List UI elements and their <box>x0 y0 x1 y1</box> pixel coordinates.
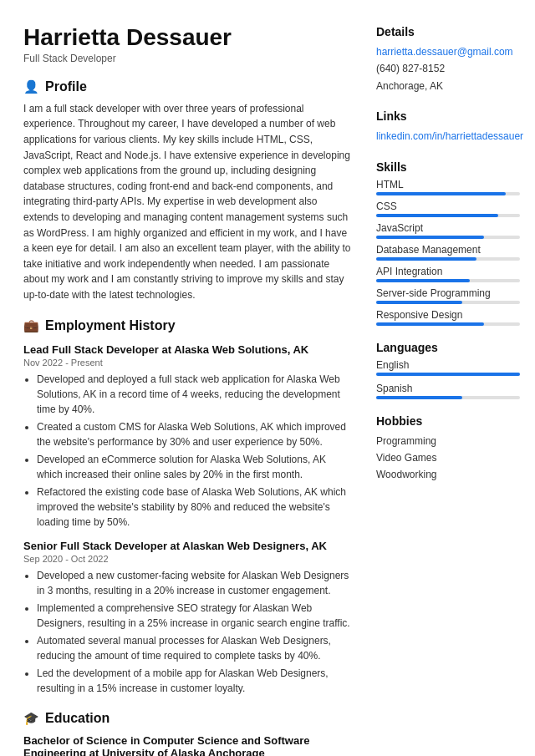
languages-list: EnglishSpanish <box>376 359 520 399</box>
skill-label: HTML <box>376 179 520 190</box>
skill-item: Responsive Design <box>376 309 520 326</box>
skill-bar-bg <box>376 279 520 282</box>
hobbies-heading: Hobbies <box>376 414 520 428</box>
hobbies-section: Hobbies ProgrammingVideo GamesWoodworkin… <box>376 414 520 484</box>
skill-label: Server-side Programming <box>376 287 520 299</box>
links-section: Links linkedin.com/in/harriettadessauer <box>376 109 520 145</box>
skill-bar-fill <box>376 192 506 195</box>
resume-title: Full Stack Developer <box>23 53 353 64</box>
job-item: Lead Full Stack Developer at Alaska Web … <box>23 343 353 530</box>
skill-bar-fill <box>376 214 498 217</box>
jobs-list: Lead Full Stack Developer at Alaska Web … <box>23 343 353 696</box>
job-item: Senior Full Stack Developer at Alaskan W… <box>23 540 353 696</box>
skill-item: Server-side Programming <box>376 287 520 304</box>
skill-bar-bg <box>376 322 520 326</box>
job-bullets: Developed a new customer-facing website … <box>37 568 353 696</box>
details-email[interactable]: harrietta.dessauer@gmail.com <box>376 43 520 60</box>
skill-item: Database Management <box>376 244 520 261</box>
skill-item: CSS <box>376 200 520 217</box>
profile-text: I am a full stack developer with over th… <box>23 101 353 303</box>
hobbies-list: ProgrammingVideo GamesWoodworking <box>376 433 520 484</box>
skill-item: API Integration <box>376 266 520 282</box>
links-heading: Links <box>376 109 520 123</box>
resume-name: Harrietta Dessauer <box>23 25 353 51</box>
links-list: linkedin.com/in/harriettadessauer <box>376 128 520 145</box>
language-bar-bg <box>376 396 520 399</box>
left-column: Harrietta Dessauer Full Stack Developer … <box>0 25 368 756</box>
skill-bar-fill <box>376 322 484 326</box>
list-item: Developed a new customer-facing website … <box>37 568 353 598</box>
language-bar-bg <box>376 373 520 376</box>
language-bar-fill <box>376 396 462 399</box>
job-title: Lead Full Stack Developer at Alaska Web … <box>23 343 353 356</box>
education-icon: 🎓 <box>23 711 39 726</box>
language-label: English <box>376 359 520 371</box>
list-item: Led the development of a mobile app for … <box>37 666 353 696</box>
skill-label: API Integration <box>376 266 520 277</box>
profile-section: 👤 Profile I am a full stack developer wi… <box>23 79 353 303</box>
details-phone: (640) 827-8152 <box>376 60 520 77</box>
link-item[interactable]: linkedin.com/in/harriettadessauer <box>376 128 520 145</box>
list-item: Developed and deployed a full stack web … <box>37 372 353 417</box>
employment-section: 💼 Employment History Lead Full Stack Dev… <box>23 318 353 696</box>
profile-icon: 👤 <box>23 79 39 94</box>
skill-item: JavaScript <box>376 222 520 239</box>
language-item: Spanish <box>376 383 520 399</box>
education-list: Bachelor of Science in Computer Science … <box>23 734 353 756</box>
list-item: Implemented a comprehensive SEO strategy… <box>37 601 353 631</box>
job-dates: Nov 2022 - Present <box>23 358 353 368</box>
skill-bar-bg <box>376 257 520 261</box>
languages-heading: Languages <box>376 341 520 354</box>
skill-bar-bg <box>376 214 520 217</box>
hobby-item: Programming <box>376 433 520 449</box>
edu-item: Bachelor of Science in Computer Science … <box>23 734 353 756</box>
job-title: Senior Full Stack Developer at Alaskan W… <box>23 540 353 552</box>
skill-bar-fill <box>376 279 470 282</box>
language-item: English <box>376 359 520 376</box>
list-item: Developed an eCommerce solution for Alas… <box>37 452 353 482</box>
list-item: Created a custom CMS for Alaska Web Solu… <box>37 419 353 449</box>
languages-section: Languages EnglishSpanish <box>376 341 520 399</box>
details-location: Anchorage, AK <box>376 78 520 94</box>
job-bullets: Developed and deployed a full stack web … <box>37 372 353 530</box>
profile-heading: 👤 Profile <box>23 79 353 94</box>
education-heading: 🎓 Education <box>23 711 353 726</box>
resume-header: Harrietta Dessauer Full Stack Developer <box>23 25 353 64</box>
skills-list: HTMLCSSJavaScriptDatabase ManagementAPI … <box>376 179 520 326</box>
skills-heading: Skills <box>376 160 520 174</box>
list-item: Automated several manual processes for A… <box>37 633 353 663</box>
skill-bar-fill <box>376 257 476 261</box>
details-section: Details harrietta.dessauer@gmail.com (64… <box>376 25 520 94</box>
language-label: Spanish <box>376 383 520 394</box>
edu-degree: Bachelor of Science in Computer Science … <box>23 734 353 756</box>
skills-section: Skills HTMLCSSJavaScriptDatabase Managem… <box>376 160 520 326</box>
skill-label: CSS <box>376 200 520 212</box>
education-section: 🎓 Education Bachelor of Science in Compu… <box>23 711 353 756</box>
hobby-item: Woodworking <box>376 466 520 483</box>
details-heading: Details <box>376 25 520 38</box>
skill-bar-fill <box>376 301 462 304</box>
list-item: Refactored the existing code base of Ala… <box>37 485 353 530</box>
job-dates: Sep 2020 - Oct 2022 <box>23 554 353 564</box>
skill-bar-bg <box>376 236 520 239</box>
skill-bar-bg <box>376 301 520 304</box>
employment-heading: 💼 Employment History <box>23 318 353 333</box>
skill-label: JavaScript <box>376 222 520 234</box>
language-bar-fill <box>376 373 520 376</box>
skill-label: Responsive Design <box>376 309 520 321</box>
employment-icon: 💼 <box>23 318 39 333</box>
right-column: Details harrietta.dessauer@gmail.com (64… <box>368 25 535 756</box>
skill-bar-bg <box>376 192 520 195</box>
hobby-item: Video Games <box>376 449 520 466</box>
skill-bar-fill <box>376 236 484 239</box>
resume-page: Harrietta Dessauer Full Stack Developer … <box>0 0 535 756</box>
skill-label: Database Management <box>376 244 520 256</box>
skill-item: HTML <box>376 179 520 195</box>
